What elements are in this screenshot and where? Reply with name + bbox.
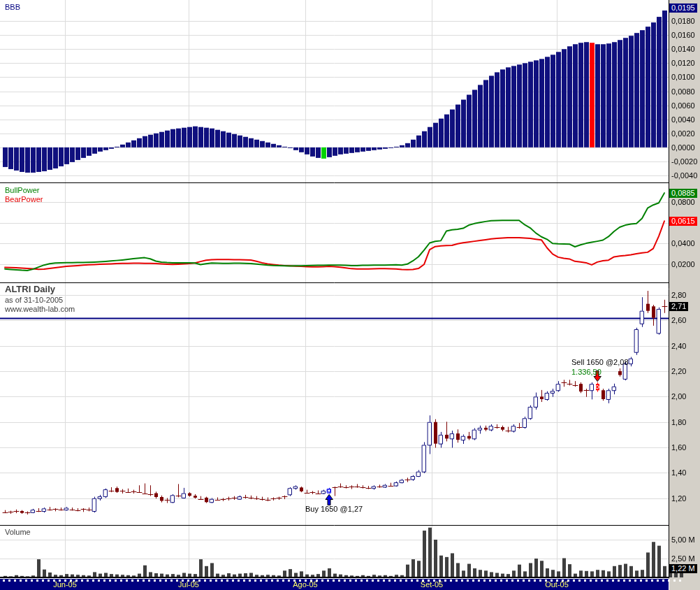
bearpower-last-value-badge: 0,0615 [669, 217, 697, 226]
x-axis-month-label: Out-05 [545, 580, 569, 589]
y-tick-label: 0,0100 [671, 73, 695, 82]
y-tick-label: 0,0000 [671, 143, 695, 152]
y-tick-label: 0,0040 [671, 115, 695, 124]
x-axis-month-label: Jul-05 [178, 580, 199, 589]
buy-annotation-label: Buy 1650 @1,27 [305, 505, 363, 514]
bearpower-legend-label: BearPower [5, 195, 43, 204]
y-tick-label: 1,80 [671, 418, 686, 427]
y-tick-label: 0,0160 [671, 31, 695, 40]
y-tick-label: 0,0020 [671, 129, 695, 138]
y-tick-label: 2,40 [671, 342, 686, 351]
x-axis-month-label: Set-05 [421, 580, 443, 589]
y-tick-label: 2,20 [671, 367, 686, 376]
bullpower-last-value-badge: 0,0885 [669, 189, 697, 198]
x-axis-month-label: Ago-05 [293, 580, 317, 589]
y-tick-label: 5,00 M [671, 535, 695, 545]
y-tick-label: 2,60 [671, 316, 686, 325]
y-tick-label: 0,0080 [671, 87, 695, 96]
y-tick-label: -0,0020 [671, 157, 697, 166]
bbb-last-value-badge: 0,0195 [669, 3, 697, 13]
y-tick-label: 0,0180 [671, 17, 695, 26]
chart-canvas[interactable] [0, 0, 700, 590]
volume-last-value-badge: 1,22 M [669, 564, 697, 573]
y-tick-label: 2,50 M [671, 554, 695, 563]
volume-pane-label: Volume [5, 528, 31, 537]
y-tick-label: 2,00 [671, 392, 686, 401]
y-tick-label: -0,0040 [671, 171, 697, 180]
y-tick-label: 0,0060 [671, 101, 695, 110]
bullpower-legend-label: BullPower [5, 186, 40, 195]
symbol-title: ALTRI Daily [5, 284, 55, 294]
y-tick-label: 2,80 [671, 291, 686, 300]
bbb-indicator-label: BBB [5, 3, 20, 12]
trading-chart-window: BBB BullPower BearPower ALTRI Daily as o… [0, 0, 700, 590]
y-tick-label: 0,0140 [671, 45, 695, 54]
y-tick-label: 0,0120 [671, 59, 695, 68]
y-tick-label: 0,0200 [671, 260, 695, 269]
website-label: www.wealth-lab.com [5, 305, 75, 314]
y-tick-label: 1,60 [671, 443, 686, 452]
sell-profit-label: 1.336,50 [571, 368, 601, 377]
x-axis-month-label: Jun-05 [53, 580, 77, 589]
y-tick-label: 1,40 [671, 468, 686, 477]
price-last-value-badge: 2,71 [669, 302, 688, 311]
y-tick-label: 1,20 [671, 494, 686, 503]
y-tick-label: 0,0400 [671, 239, 695, 248]
sell-annotation-label: Sell 1650 @2,08 [571, 358, 629, 367]
y-tick-label: 0,0800 [671, 198, 695, 207]
as-of-date-label: as of 31-10-2005 [5, 296, 63, 305]
